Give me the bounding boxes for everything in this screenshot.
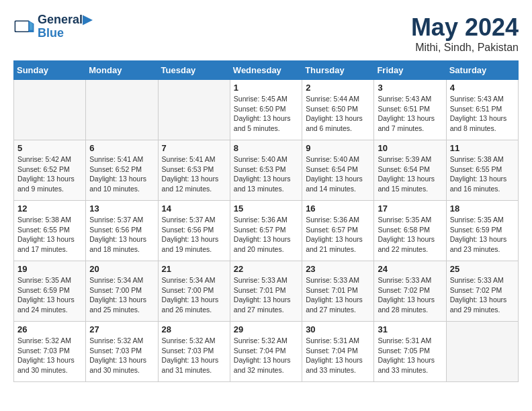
calendar-cell: 20Sunrise: 5:34 AM Sunset: 7:00 PM Dayli…: [86, 261, 158, 322]
day-of-week-header: Saturday: [446, 61, 518, 80]
logo: General▶ Blue: [13, 13, 92, 40]
day-info: Sunrise: 5:34 AM Sunset: 7:00 PM Dayligh…: [89, 275, 154, 315]
calendar-cell: 4Sunrise: 5:43 AM Sunset: 6:51 PM Daylig…: [446, 80, 518, 140]
day-number: 22: [234, 264, 298, 274]
calendar-cell: 23Sunrise: 5:33 AM Sunset: 7:01 PM Dayli…: [302, 261, 374, 322]
day-number: 11: [450, 143, 515, 153]
day-info: Sunrise: 5:32 AM Sunset: 7:03 PM Dayligh…: [162, 336, 226, 375]
day-info: Sunrise: 5:34 AM Sunset: 7:00 PM Dayligh…: [162, 275, 226, 315]
day-info: Sunrise: 5:33 AM Sunset: 7:01 PM Dayligh…: [234, 275, 298, 315]
calendar-cell: [158, 80, 230, 140]
calendar-cell: 25Sunrise: 5:33 AM Sunset: 7:02 PM Dayli…: [446, 261, 518, 322]
calendar-week-row: 12Sunrise: 5:38 AM Sunset: 6:55 PM Dayli…: [14, 201, 519, 261]
calendar-cell: 8Sunrise: 5:40 AM Sunset: 6:53 PM Daylig…: [230, 140, 302, 201]
calendar-header-row: SundayMondayTuesdayWednesdayThursdayFrid…: [14, 61, 519, 80]
calendar-cell: 19Sunrise: 5:35 AM Sunset: 6:59 PM Dayli…: [14, 261, 86, 322]
calendar-cell: 28Sunrise: 5:32 AM Sunset: 7:03 PM Dayli…: [158, 322, 230, 382]
calendar-cell: 31Sunrise: 5:31 AM Sunset: 7:05 PM Dayli…: [374, 322, 446, 382]
day-info: Sunrise: 5:39 AM Sunset: 6:54 PM Dayligh…: [378, 154, 442, 194]
calendar-cell: 26Sunrise: 5:32 AM Sunset: 7:03 PM Dayli…: [14, 322, 86, 382]
day-info: Sunrise: 5:33 AM Sunset: 7:02 PM Dayligh…: [450, 275, 515, 315]
title-block: May 2024 Mithi, Sindh, Pakistan: [411, 13, 519, 54]
day-of-week-header: Friday: [374, 61, 446, 80]
month-title: May 2024: [411, 13, 519, 42]
day-number: 8: [234, 143, 298, 153]
page-header: General▶ Blue May 2024 Mithi, Sindh, Pak…: [13, 13, 519, 54]
day-number: 10: [378, 143, 442, 153]
day-info: Sunrise: 5:36 AM Sunset: 6:57 PM Dayligh…: [306, 215, 370, 255]
day-info: Sunrise: 5:44 AM Sunset: 6:50 PM Dayligh…: [306, 94, 370, 134]
calendar-cell: 3Sunrise: 5:43 AM Sunset: 6:51 PM Daylig…: [374, 80, 446, 140]
day-number: 2: [306, 83, 370, 93]
calendar-cell: 9Sunrise: 5:40 AM Sunset: 6:54 PM Daylig…: [302, 140, 374, 201]
logo-text: General▶ Blue: [38, 13, 92, 40]
day-number: 20: [89, 264, 154, 274]
calendar-week-row: 26Sunrise: 5:32 AM Sunset: 7:03 PM Dayli…: [14, 322, 519, 382]
calendar-cell: 14Sunrise: 5:37 AM Sunset: 6:56 PM Dayli…: [158, 201, 230, 261]
day-info: Sunrise: 5:41 AM Sunset: 6:52 PM Dayligh…: [89, 154, 154, 194]
day-number: 21: [162, 264, 226, 274]
day-number: 5: [17, 143, 82, 153]
day-number: 28: [162, 324, 226, 334]
day-number: 24: [378, 264, 442, 274]
logo-icon: [13, 16, 35, 38]
day-number: 7: [162, 143, 226, 153]
calendar-cell: 24Sunrise: 5:33 AM Sunset: 7:02 PM Dayli…: [374, 261, 446, 322]
day-number: 15: [234, 203, 298, 214]
day-info: Sunrise: 5:43 AM Sunset: 6:51 PM Dayligh…: [450, 94, 515, 134]
day-number: 26: [17, 324, 82, 334]
calendar-cell: 7Sunrise: 5:41 AM Sunset: 6:53 PM Daylig…: [158, 140, 230, 201]
calendar-cell: 12Sunrise: 5:38 AM Sunset: 6:55 PM Dayli…: [14, 201, 86, 261]
day-info: Sunrise: 5:38 AM Sunset: 6:55 PM Dayligh…: [450, 154, 515, 194]
day-number: 17: [378, 203, 442, 214]
calendar-cell: 21Sunrise: 5:34 AM Sunset: 7:00 PM Dayli…: [158, 261, 230, 322]
day-number: 14: [162, 203, 226, 214]
calendar-cell: 10Sunrise: 5:39 AM Sunset: 6:54 PM Dayli…: [374, 140, 446, 201]
calendar-cell: 18Sunrise: 5:35 AM Sunset: 6:59 PM Dayli…: [446, 201, 518, 261]
day-number: 19: [17, 264, 82, 274]
day-number: 27: [89, 324, 154, 334]
day-info: Sunrise: 5:33 AM Sunset: 7:02 PM Dayligh…: [378, 275, 442, 315]
day-number: 23: [306, 264, 370, 274]
day-number: 1: [234, 83, 298, 93]
calendar-cell: 16Sunrise: 5:36 AM Sunset: 6:57 PM Dayli…: [302, 201, 374, 261]
day-number: 9: [306, 143, 370, 153]
day-info: Sunrise: 5:35 AM Sunset: 6:59 PM Dayligh…: [17, 275, 82, 315]
calendar-cell: 11Sunrise: 5:38 AM Sunset: 6:55 PM Dayli…: [446, 140, 518, 201]
day-number: 30: [306, 324, 370, 334]
day-info: Sunrise: 5:31 AM Sunset: 7:05 PM Dayligh…: [378, 336, 442, 375]
day-of-week-header: Monday: [86, 61, 158, 80]
calendar-cell: [14, 80, 86, 140]
day-info: Sunrise: 5:36 AM Sunset: 6:57 PM Dayligh…: [234, 215, 298, 255]
calendar-cell: 27Sunrise: 5:32 AM Sunset: 7:03 PM Dayli…: [86, 322, 158, 382]
calendar-cell: 29Sunrise: 5:32 AM Sunset: 7:04 PM Dayli…: [230, 322, 302, 382]
calendar-cell: 17Sunrise: 5:35 AM Sunset: 6:58 PM Dayli…: [374, 201, 446, 261]
day-info: Sunrise: 5:31 AM Sunset: 7:04 PM Dayligh…: [306, 336, 370, 375]
day-number: 3: [378, 83, 442, 93]
day-info: Sunrise: 5:45 AM Sunset: 6:50 PM Dayligh…: [234, 94, 298, 134]
day-info: Sunrise: 5:32 AM Sunset: 7:03 PM Dayligh…: [17, 336, 82, 375]
day-of-week-header: Thursday: [302, 61, 374, 80]
day-number: 18: [450, 203, 515, 214]
calendar-cell: 5Sunrise: 5:42 AM Sunset: 6:52 PM Daylig…: [14, 140, 86, 201]
day-info: Sunrise: 5:37 AM Sunset: 6:56 PM Dayligh…: [162, 215, 226, 255]
day-info: Sunrise: 5:35 AM Sunset: 6:59 PM Dayligh…: [450, 215, 515, 255]
day-info: Sunrise: 5:37 AM Sunset: 6:56 PM Dayligh…: [89, 215, 154, 255]
calendar-week-row: 19Sunrise: 5:35 AM Sunset: 6:59 PM Dayli…: [14, 261, 519, 322]
calendar-week-row: 1Sunrise: 5:45 AM Sunset: 6:50 PM Daylig…: [14, 80, 519, 140]
day-of-week-header: Tuesday: [158, 61, 230, 80]
location: Mithi, Sindh, Pakistan: [411, 42, 519, 54]
day-info: Sunrise: 5:38 AM Sunset: 6:55 PM Dayligh…: [17, 215, 82, 255]
day-number: 13: [89, 203, 154, 214]
day-info: Sunrise: 5:40 AM Sunset: 6:53 PM Dayligh…: [234, 154, 298, 194]
day-of-week-header: Wednesday: [230, 61, 302, 80]
svg-rect-1: [15, 21, 28, 31]
day-info: Sunrise: 5:35 AM Sunset: 6:58 PM Dayligh…: [378, 215, 442, 255]
calendar-cell: [86, 80, 158, 140]
day-number: 6: [89, 143, 154, 153]
calendar-cell: 13Sunrise: 5:37 AM Sunset: 6:56 PM Dayli…: [86, 201, 158, 261]
calendar-cell: 6Sunrise: 5:41 AM Sunset: 6:52 PM Daylig…: [86, 140, 158, 201]
calendar-cell: 1Sunrise: 5:45 AM Sunset: 6:50 PM Daylig…: [230, 80, 302, 140]
day-number: 25: [450, 264, 515, 274]
day-number: 4: [450, 83, 515, 93]
